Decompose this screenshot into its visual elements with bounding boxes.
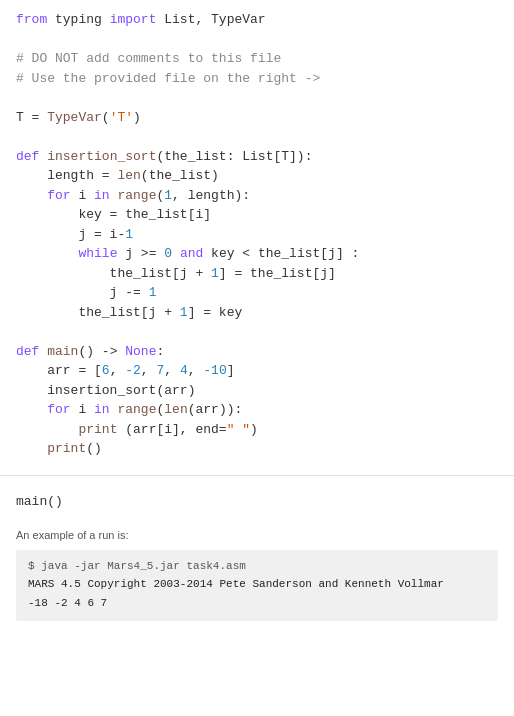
code-line <box>16 88 498 108</box>
code-token: # DO NOT add comments to this file <box>16 51 281 66</box>
code-line: print (arr[i], end=" ") <box>16 420 498 440</box>
code-token: 1 <box>125 227 133 242</box>
code-line: def insertion_sort(the_list: List[T]): <box>16 147 498 167</box>
code-token: arr = [ <box>16 363 102 378</box>
code-token: , length): <box>172 188 250 203</box>
code-token: None <box>125 344 156 359</box>
code-token: len <box>164 402 187 417</box>
code-line: j -= 1 <box>16 283 498 303</box>
code-token: 1 <box>149 285 157 300</box>
code-token: ] <box>227 363 235 378</box>
code-line: from typing import List, TypeVar <box>16 10 498 30</box>
terminal-output: $ java -jar Mars4_5.jar task4.asmMARS 4.… <box>16 550 498 622</box>
code-token: ) <box>250 422 258 437</box>
code-token: 'T' <box>110 110 133 125</box>
code-token: for <box>47 188 70 203</box>
code-token: range <box>117 188 156 203</box>
code-token: 0 <box>164 246 172 261</box>
code-token: 6 <box>102 363 110 378</box>
code-token: range <box>117 402 156 417</box>
code-line: length = len(the_list) <box>16 166 498 186</box>
code-token: (arr)): <box>188 402 243 417</box>
code-token <box>16 422 78 437</box>
code-editor: from typing import List, TypeVar # DO NO… <box>0 0 514 476</box>
main-call: main() <box>16 492 498 512</box>
code-token <box>16 402 47 417</box>
code-token <box>16 441 47 456</box>
code-line: # Use the provided file on the right -> <box>16 69 498 89</box>
code-token: (the_list) <box>141 168 219 183</box>
code-token: key < the_list[j] : <box>203 246 359 261</box>
code-token: List, TypeVar <box>156 12 265 27</box>
code-token: in <box>94 188 110 203</box>
code-token <box>16 188 47 203</box>
code-token: j -= <box>16 285 149 300</box>
code-line <box>16 30 498 50</box>
code-token <box>172 246 180 261</box>
code-token: 1 <box>180 305 188 320</box>
code-line: print() <box>16 439 498 459</box>
code-token: main <box>47 344 78 359</box>
code-token: (arr[i], end= <box>117 422 226 437</box>
code-line: key = the_list[i] <box>16 205 498 225</box>
code-token: insertion_sort(arr) <box>16 383 195 398</box>
code-token: 1 <box>164 188 172 203</box>
code-token: len <box>117 168 140 183</box>
code-token: while <box>78 246 117 261</box>
code-token: () -> <box>78 344 125 359</box>
code-token: j = i- <box>16 227 125 242</box>
code-token: def <box>16 149 39 164</box>
code-line: T = TypeVar('T') <box>16 108 498 128</box>
code-token: 4 <box>180 363 188 378</box>
code-token: for <box>47 402 70 417</box>
bottom-section: main() An example of a run is: $ java -j… <box>0 476 514 632</box>
code-token: in <box>94 402 110 417</box>
code-token: = <box>24 110 47 125</box>
code-token: insertion_sort <box>47 149 156 164</box>
code-token: length = <box>16 168 117 183</box>
code-token: typing <box>47 12 109 27</box>
code-token: the_list[j + <box>16 305 180 320</box>
code-token: i <box>71 188 94 203</box>
code-line: def main() -> None: <box>16 342 498 362</box>
code-line: arr = [6, -2, 7, 4, -10] <box>16 361 498 381</box>
terminal-line: $ java -jar Mars4_5.jar task4.asm <box>28 558 486 575</box>
code-line: # DO NOT add comments to this file <box>16 49 498 69</box>
code-line: for i in range(1, length): <box>16 186 498 206</box>
code-token: ] = the_list[j] <box>219 266 336 281</box>
code-token: print <box>47 441 86 456</box>
code-token: , <box>141 363 157 378</box>
code-token: import <box>110 12 157 27</box>
code-token: ( <box>102 110 110 125</box>
code-token: , <box>164 363 180 378</box>
code-line <box>16 127 498 147</box>
code-token: from <box>16 12 47 27</box>
code-line: while j >= 0 and key < the_list[j] : <box>16 244 498 264</box>
code-line: j = i-1 <box>16 225 498 245</box>
code-token: j >= <box>117 246 164 261</box>
code-token: 1 <box>211 266 219 281</box>
code-line: insertion_sort(arr) <box>16 381 498 401</box>
code-token: ] = key <box>188 305 243 320</box>
code-token: TypeVar <box>47 110 102 125</box>
code-token: -2 <box>125 363 141 378</box>
code-line: for i in range(len(arr)): <box>16 400 498 420</box>
code-token: (the_list: List[T]): <box>156 149 312 164</box>
example-label: An example of a run is: <box>16 527 498 544</box>
code-line: the_list[j + 1] = key <box>16 303 498 323</box>
code-line: the_list[j + 1] = the_list[j] <box>16 264 498 284</box>
code-token <box>16 246 78 261</box>
code-token: -10 <box>203 363 226 378</box>
terminal-line: MARS 4.5 Copyright 2003-2014 Pete Sander… <box>28 576 486 593</box>
code-token: the_list[j + <box>16 266 211 281</box>
code-token: () <box>86 441 102 456</box>
code-token: and <box>180 246 203 261</box>
code-token: print <box>78 422 117 437</box>
code-token: ) <box>133 110 141 125</box>
code-token: def <box>16 344 39 359</box>
code-token: T <box>16 110 24 125</box>
code-token: key = the_list[i] <box>16 207 211 222</box>
code-line <box>16 322 498 342</box>
code-token: # Use the provided file on the right -> <box>16 71 320 86</box>
code-token: " " <box>227 422 250 437</box>
